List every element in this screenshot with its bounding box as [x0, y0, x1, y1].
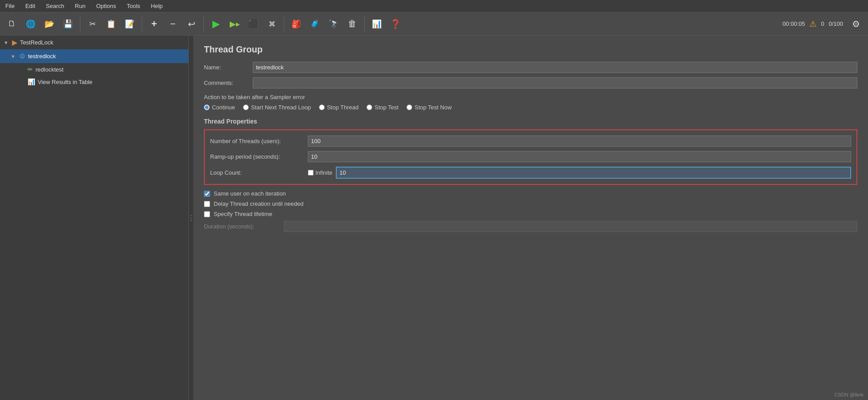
radio-stop-test-now-label: Stop Test Now	[414, 104, 452, 111]
paste-button[interactable]: 📝	[121, 16, 138, 32]
name-row: Name:	[204, 62, 857, 73]
browse-button[interactable]: 🧳	[307, 16, 323, 32]
menu-help[interactable]: Help	[149, 2, 165, 10]
radio-stop-test-input[interactable]	[366, 104, 372, 110]
new-button[interactable]: 🗋	[4, 16, 20, 32]
specify-lifetime-row: Specify Thread lifetime	[204, 211, 857, 217]
menu-options[interactable]: Options	[94, 2, 118, 10]
action-section-label: Action to be taken after a Sampler error	[204, 94, 857, 100]
menu-tools[interactable]: Tools	[125, 2, 142, 10]
loop-count-input[interactable]	[336, 167, 851, 179]
menu-bar: File Edit Search Run Options Tools Help	[0, 0, 868, 12]
infinite-checkbox[interactable]	[308, 170, 314, 176]
name-input[interactable]	[253, 62, 857, 73]
stop-button[interactable]: ⬛	[245, 16, 262, 32]
save-button[interactable]: 💾	[60, 16, 76, 32]
settings-button[interactable]: ⚙	[848, 16, 864, 32]
comments-input[interactable]	[253, 77, 857, 88]
radio-continue[interactable]: Continue	[204, 104, 235, 111]
copy-button[interactable]: 📋	[103, 16, 119, 32]
radio-start-next-label: Start Next Thread Loop	[251, 104, 311, 111]
radio-stop-test-label: Stop Test	[374, 104, 398, 111]
toolbar-sep-4	[284, 17, 284, 31]
toolbar-right: 00:00:05 ⚠ 0 0/100 ⚙	[783, 16, 864, 32]
start-no-pause-button[interactable]: ▶▸	[226, 16, 243, 32]
splitter[interactable]: ⋮	[189, 36, 193, 400]
name-label: Name:	[204, 64, 253, 71]
delay-thread-label: Delay Thread creation until needed	[214, 200, 303, 207]
threadgroup-icon: ⚙	[19, 52, 25, 60]
search-button[interactable]: 🔭	[325, 16, 342, 32]
menu-search[interactable]: Search	[44, 2, 66, 10]
loop-count-row: Loop Count: Infinite	[210, 167, 851, 179]
loop-infinite-wrap: Infinite	[308, 169, 332, 176]
sidebar-item-redlocktest[interactable]: ✏ redlocktest	[0, 63, 188, 76]
remove-button[interactable]: −	[164, 16, 181, 32]
sidebar-item-testredlock-root[interactable]: ▼ ▶ TestRedLock	[0, 36, 188, 49]
panel-title: Thread Group	[204, 44, 857, 55]
warning-icon: ⚠	[809, 19, 816, 29]
sidebar-item-testredlock[interactable]: ▼ ⚙ testredlock	[0, 49, 188, 63]
loop-count-label: Loop Count:	[210, 169, 308, 176]
open-button[interactable]: 🌐	[22, 16, 39, 32]
menu-file[interactable]: File	[4, 2, 16, 10]
help-button[interactable]: ❓	[387, 16, 404, 32]
toolbar-sep-2	[142, 17, 142, 31]
radio-continue-label: Continue	[212, 104, 235, 111]
clear-button[interactable]: 🗑	[344, 16, 361, 32]
sidebar-label-testredlock: testredlock	[28, 53, 56, 60]
start-button[interactable]: ▶	[207, 16, 224, 32]
specify-lifetime-label: Specify Thread lifetime	[214, 211, 272, 217]
watermark: CSDN @lbnk	[834, 392, 864, 397]
sidebar-label-root: TestRedLock	[20, 39, 53, 46]
open-recent-button[interactable]: 📂	[41, 16, 58, 32]
thread-props-box: Number of Threads (users): Ramp-up perio…	[204, 129, 857, 185]
menu-run[interactable]: Run	[73, 2, 88, 10]
toolbar-sep-5	[364, 17, 365, 31]
toolbar-sep-1	[80, 17, 80, 31]
num-threads-row: Number of Threads (users):	[210, 136, 851, 147]
radio-continue-input[interactable]	[204, 104, 210, 110]
radio-stop-test-now-input[interactable]	[406, 104, 412, 110]
action-radio-group: Continue Start Next Thread Loop Stop Thr…	[204, 104, 857, 111]
shutdown-button[interactable]: ✖	[263, 16, 280, 32]
num-threads-input[interactable]	[308, 136, 851, 147]
sidebar-label-redlocktest: redlocktest	[36, 66, 64, 73]
same-user-checkbox[interactable]	[204, 191, 210, 197]
duration-input[interactable]	[284, 221, 857, 232]
elapsed-time: 00:00:05	[783, 20, 805, 27]
radio-stop-thread[interactable]: Stop Thread	[319, 104, 358, 111]
comments-row: Comments:	[204, 77, 857, 88]
duration-label: Duration (seconds):	[204, 223, 284, 230]
thread-properties-label: Thread Properties	[204, 118, 857, 125]
radio-stop-test-now[interactable]: Stop Test Now	[406, 104, 452, 111]
radio-start-next[interactable]: Start Next Thread Loop	[243, 104, 311, 111]
main-layout: ▼ ▶ TestRedLock ▼ ⚙ testredlock ✏ redloc…	[0, 36, 868, 400]
sidebar-label-view-results: View Results in Table	[38, 79, 92, 85]
sampler-icon: ✏	[28, 66, 33, 73]
add-button[interactable]: +	[146, 16, 163, 32]
thread-counter: 0/100	[828, 20, 843, 27]
templates-button[interactable]: 🎒	[288, 16, 305, 32]
radio-stop-thread-input[interactable]	[319, 104, 325, 110]
delay-thread-checkbox[interactable]	[204, 201, 210, 207]
infinite-label: Infinite	[315, 169, 332, 176]
num-threads-label: Number of Threads (users):	[210, 138, 308, 144]
results-button[interactable]: 📊	[368, 16, 385, 32]
radio-start-next-input[interactable]	[243, 104, 249, 110]
sidebar-item-view-results-table[interactable]: 📊 View Results in Table	[0, 76, 188, 88]
rampup-input[interactable]	[308, 151, 851, 162]
specify-lifetime-checkbox[interactable]	[204, 211, 210, 217]
toolbar: 🗋 🌐 📂 💾 ✂ 📋 📝 + − ↩ ▶ ▶▸ ⬛ ✖ 🎒 🧳 🔭 🗑 📊 ❓…	[0, 12, 868, 36]
rampup-row: Ramp-up period (seconds):	[210, 151, 851, 162]
comments-label: Comments:	[204, 80, 253, 86]
content-area: Thread Group Name: Comments: Action to b…	[193, 36, 868, 400]
menu-edit[interactable]: Edit	[24, 2, 37, 10]
cut-button[interactable]: ✂	[84, 16, 101, 32]
duration-row: Duration (seconds):	[204, 221, 857, 232]
radio-stop-test[interactable]: Stop Test	[366, 104, 398, 111]
undo-button[interactable]: ↩	[183, 16, 200, 32]
same-user-label: Same user on each iteration	[214, 190, 286, 197]
testplan-icon: ▶	[12, 38, 17, 47]
same-user-row: Same user on each iteration	[204, 190, 857, 197]
